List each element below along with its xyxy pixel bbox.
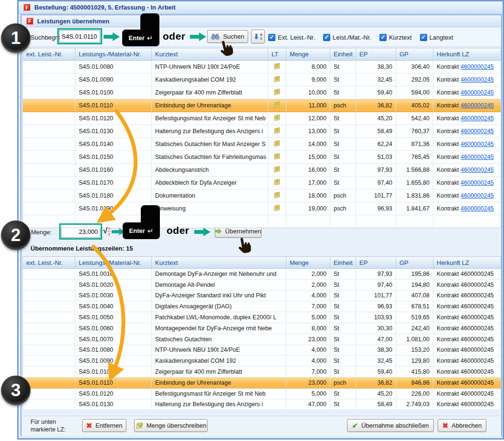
kontrakt-link[interactable]: 4600000245 xyxy=(461,167,494,173)
service-row[interactable]: S4S.01.0120Befestigungsmast für Anzeiger… xyxy=(23,112,501,125)
cell: Zeigerpaar für 400 mm Zifferblatt xyxy=(152,367,286,378)
transferred-row[interactable]: S4S.01.0130Halterung zur Befestigung des… xyxy=(23,399,501,410)
uebernahme-abschliessen-button[interactable]: ✔ Übernahme abschließen xyxy=(347,419,434,432)
menge-ueberschreiben-button[interactable]: Menge überschreiben xyxy=(134,419,208,432)
col-kurztext[interactable]: Kurztext xyxy=(152,257,286,269)
filter-langtext[interactable]: ✓ Langtext xyxy=(420,34,453,41)
transferred-row[interactable]: S4S.01.0100Zeigerpaar für 400 mm Zifferb… xyxy=(23,367,501,378)
kontrakt-link[interactable]: 4600000245 xyxy=(461,115,494,122)
kontrakt-link[interactable]: 4600000245 xyxy=(461,128,494,135)
kontrakt-link[interactable]: 4600000245 xyxy=(461,179,494,186)
service-row[interactable]: S4S.01.0160Abdeckungsanstrich 16,000St97… xyxy=(23,164,501,177)
filter-kurztext[interactable]: ✓ Kurztext xyxy=(379,34,412,41)
service-row[interactable]: S4S.01.0180Dokumentation 18,000psch101,7… xyxy=(23,189,501,202)
entfernen-button[interactable]: ✖ Entfernen xyxy=(82,419,126,432)
cell: St xyxy=(330,334,356,345)
col-ep[interactable]: EP xyxy=(356,48,396,61)
langtext-note-icon[interactable] xyxy=(273,88,281,95)
cell: 101,77 xyxy=(356,189,396,202)
kontrakt-link[interactable]: 4600000245 xyxy=(461,154,494,160)
langtext-note-icon[interactable] xyxy=(273,75,281,83)
langtext-note-icon[interactable] xyxy=(273,191,281,199)
col-ext-leist-nr[interactable]: ext. Leist.-Nr. xyxy=(23,257,75,269)
checkbox-icon[interactable]: ✓ xyxy=(379,34,387,41)
langtext-note-icon[interactable] xyxy=(273,140,281,147)
service-row[interactable]: S4S.01.0100Zeigerpaar für 400 mm Zifferb… xyxy=(23,86,501,99)
col-menge[interactable]: Menge xyxy=(286,257,330,269)
service-row[interactable]: S4S.01.0170Abdeckblech für Dyfa Anzeiger… xyxy=(23,177,501,189)
kontrakt-link[interactable]: 4600000245 xyxy=(461,102,494,109)
transferred-row[interactable]: S4S.01.0120Befestigungsmast für Anzeiger… xyxy=(23,388,501,399)
cell xyxy=(23,334,75,345)
kontrakt-link[interactable]: 4600000245 xyxy=(461,76,494,83)
col-lt[interactable]: LT xyxy=(268,48,286,61)
transferred-row[interactable]: S4S.01.0010Demontage DyFa-Anzeiger mit N… xyxy=(23,269,501,280)
search-input[interactable]: S4S.01.0110 xyxy=(59,30,100,42)
cell: S4S.01.0040 xyxy=(75,301,152,312)
transferred-row[interactable]: S4S.01.0030DyFa-Anzeiger Standard inkl U… xyxy=(23,290,501,301)
kontrakt-link[interactable]: 4600000245 xyxy=(461,205,494,212)
col-ext-leist-nr[interactable]: ext. Leist.-Nr. xyxy=(23,48,75,61)
col-kurztext[interactable]: Kurztext xyxy=(152,48,268,61)
langtext-note-icon[interactable] xyxy=(273,204,281,211)
filter-leist-mat-nr[interactable]: ✓ Leist./Mat.-Nr. xyxy=(323,34,371,41)
col-einheit[interactable]: Einheit xyxy=(330,48,356,61)
cell: 1.566,88 xyxy=(396,164,433,177)
cell: S4S.01.0060 xyxy=(75,323,152,334)
col-gp[interactable]: GP xyxy=(396,257,433,269)
transferred-row[interactable]: S4S.01.0060Montagependel für DyFa-Anzeig… xyxy=(23,323,501,334)
cell: Kontrakt 4600000245 xyxy=(433,74,501,86)
cell xyxy=(268,86,286,99)
service-row[interactable]: S4S.01.0090Kaskadierungskabel COM 192 9,… xyxy=(23,74,501,86)
cell: psch xyxy=(330,189,356,202)
langtext-note-icon[interactable] xyxy=(273,127,281,134)
langtext-note-icon[interactable] xyxy=(273,63,281,70)
kontrakt-link[interactable]: 4600000245 xyxy=(461,192,494,199)
sort-button[interactable]: ⬇ A Z xyxy=(251,30,265,43)
transferred-row[interactable]: S4S.01.0110Einbindung der Uhrenanlage23,… xyxy=(23,377,501,388)
col-herkunft-lz[interactable]: Herkunft LZ xyxy=(433,257,501,269)
checkbox-icon[interactable]: ✓ xyxy=(268,34,275,41)
dialog-title: Leistungen übernehmen xyxy=(37,18,109,25)
col-gp[interactable]: GP xyxy=(396,48,433,61)
window-titlebar[interactable]: F Bestellung: 4500001029, 5. Erfassung -… xyxy=(19,1,503,14)
kontrakt-link[interactable]: 4600000245 xyxy=(461,63,494,70)
dialog-titlebar[interactable]: F Leistungen übernehmen xyxy=(21,15,501,27)
checkbox-check-icon: ✓ xyxy=(269,34,274,40)
langtext-note-icon[interactable] xyxy=(273,166,281,173)
transferred-row[interactable]: S4S.01.0040Digitales Ansagegerät (DAG)7,… xyxy=(23,301,501,312)
service-row[interactable]: S4S.01.0110Einbindung der Uhrenanlage 11… xyxy=(23,99,501,112)
kontrakt-link[interactable]: 4600000245 xyxy=(461,89,494,96)
col-menge[interactable]: Menge xyxy=(286,48,330,61)
service-row[interactable]: S4S.01.0080NTP-Uhrwerk NBU 190t 24/PoE 8… xyxy=(23,61,501,74)
langtext-note-icon[interactable] xyxy=(273,114,281,121)
cell: Statisches Gutachten xyxy=(152,334,286,345)
transferred-row[interactable]: S4S.01.0070Statisches Gutachten23,000St4… xyxy=(23,334,501,345)
col-herkunft-lz[interactable]: Herkunft LZ xyxy=(433,48,501,61)
langtext-note-icon[interactable] xyxy=(273,101,281,108)
service-row[interactable]: S4S.01.0150Statisches Gutachten für Fahr… xyxy=(23,151,501,164)
kontrakt-link[interactable]: 4600000245 xyxy=(461,141,494,147)
formula-radical-icon[interactable]: √ x y xyxy=(103,226,111,236)
window-title: Bestellung: 4500001029, 5. Erfassung - I… xyxy=(34,4,176,11)
transferred-row[interactable]: S4S.01.0020Demontage Alt-Pendel2,000St97… xyxy=(23,279,501,290)
col-leistungs-material-nr[interactable]: Leistungs-/Material-Nr. xyxy=(75,48,152,61)
filter-ext-leist-nr[interactable]: ✓ Ext. Leist.-Nr. xyxy=(268,34,315,41)
cell: S4S.01.0120 xyxy=(75,388,152,399)
service-row[interactable]: S4S.01.0140Statisches Gutachten für Mast… xyxy=(23,138,501,151)
cell: S4S.01.0100 xyxy=(75,367,152,378)
abbrechen-button[interactable]: ✖ Abbrechen xyxy=(438,419,486,432)
checkbox-icon[interactable]: ✓ xyxy=(323,34,330,41)
langtext-note-icon[interactable] xyxy=(273,178,281,186)
transferred-row[interactable]: S4S.01.0080NTP-Uhrwerk NBU 190t 24/PoE4,… xyxy=(23,345,501,356)
col-einheit[interactable]: Einheit xyxy=(330,257,356,269)
transferred-row[interactable]: S4S.01.0050Patchkabel LWL-Monomode, dupl… xyxy=(23,312,501,323)
col-ep[interactable]: EP xyxy=(356,257,396,269)
cell: 97,93 xyxy=(356,164,396,177)
transferred-row[interactable]: S4S.01.0090Kaskadierungskabel COM 1924,0… xyxy=(23,356,501,367)
langtext-note-icon[interactable] xyxy=(273,153,281,160)
service-row[interactable]: S4S.01.0190Einweisung 19,000psch96,931.8… xyxy=(23,202,501,215)
checkbox-icon[interactable]: ✓ xyxy=(420,34,427,41)
col-leistungs-material-nr[interactable]: Leistungs-/Material-Nr. xyxy=(75,257,152,269)
service-row[interactable]: S4S.01.0130Halterung zur Befestigung des… xyxy=(23,125,501,138)
